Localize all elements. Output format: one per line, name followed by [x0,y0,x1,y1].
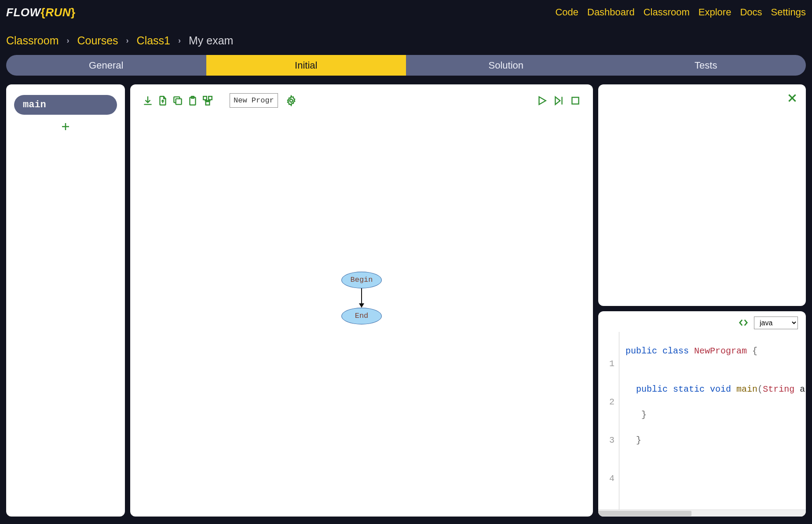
tab-initial[interactable]: Initial [206,55,406,76]
step-forward-icon[interactable] [552,95,565,107]
code-horizontal-scrollbar[interactable] [598,509,806,517]
svg-marker-9 [539,97,546,104]
breadcrumb-current: My exam [189,34,233,47]
code-content[interactable]: public class NewProgram { public static … [619,332,805,510]
code-angle-brackets-icon[interactable] [737,318,750,328]
logo-text-run: RUN [45,6,71,19]
code-gutter: 1 2 3 4 5 [598,332,619,510]
language-select[interactable]: java [754,317,798,329]
svg-point-8 [290,99,293,102]
tab-general[interactable]: General [6,55,206,76]
flowchart-canvas-panel: Begin End [130,84,593,517]
flow-node-end[interactable]: End [341,308,382,324]
add-function-button[interactable] [60,121,71,134]
upload-file-icon[interactable] [157,95,169,107]
svg-rect-6 [208,96,212,100]
canvas-toolbar [130,84,593,116]
chevron-right-icon: › [178,36,181,45]
line-number: 2 [598,396,614,408]
nav-code[interactable]: Code [555,7,578,18]
svg-rect-5 [203,96,207,100]
breadcrumb-courses[interactable]: Courses [77,34,118,47]
chevron-right-icon: › [66,36,69,45]
clipboard-icon[interactable] [187,95,199,107]
nav-settings[interactable]: Settings [771,7,806,18]
breadcrumb-class1[interactable]: Class1 [137,34,170,47]
line-number: 1 [598,357,614,370]
nav-dashboard[interactable]: Dashboard [587,7,635,18]
tab-solution[interactable]: Solution [406,55,606,76]
top-nav: Code Dashboard Classroom Explore Docs Se… [555,7,806,18]
svg-marker-10 [555,97,560,104]
copy-icon[interactable] [172,95,184,107]
tab-tests[interactable]: Tests [606,55,806,76]
page-tabs: General Initial Solution Tests [6,55,806,76]
flow-arrow [359,288,364,308]
functions-sidebar: main [6,84,125,517]
breadcrumb-classroom[interactable]: Classroom [6,34,59,47]
program-name-input[interactable] [230,93,278,108]
logo-brace-open: { [41,6,46,19]
line-number: 4 [598,472,614,485]
function-pill-main[interactable]: main [14,95,117,115]
nav-docs[interactable]: Docs [740,7,762,18]
svg-rect-2 [176,98,182,104]
plus-icon [60,121,71,132]
settings-gear-icon[interactable] [285,95,297,107]
output-panel [598,84,806,306]
layout-icon[interactable] [201,95,214,107]
code-panel: java 1 2 3 4 5 public class NewProgram {… [598,311,806,517]
flowchart[interactable]: Begin End [341,272,382,324]
chevron-right-icon: › [126,36,129,45]
close-icon[interactable] [786,92,798,106]
scrollbar-thumb[interactable] [598,511,691,516]
breadcrumb: Classroom › Courses › Class1 › My exam [0,21,812,55]
play-icon[interactable] [536,95,548,107]
line-number: 3 [598,434,614,447]
download-icon[interactable] [142,95,154,107]
logo-brace-close: } [71,6,76,19]
nav-classroom[interactable]: Classroom [644,7,690,18]
app-logo[interactable]: FLOW{RUN} [6,6,76,19]
svg-rect-12 [572,97,578,104]
logo-text-flow: FLOW [6,6,41,19]
svg-rect-7 [206,102,210,105]
flow-node-begin[interactable]: Begin [341,272,382,288]
nav-explore[interactable]: Explore [699,7,732,18]
stop-icon[interactable] [569,95,582,107]
